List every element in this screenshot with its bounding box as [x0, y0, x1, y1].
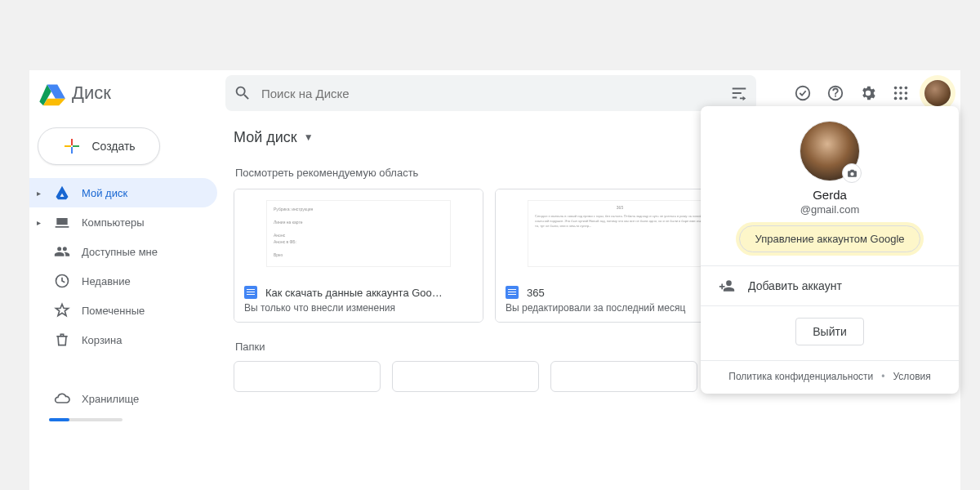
terms-link[interactable]: Условия: [893, 371, 931, 382]
file-card[interactable]: Рубрика: инструкцияЛиния на картеАнонсАн…: [234, 189, 483, 323]
add-account-label: Добавить аккаунт: [748, 279, 842, 292]
chevron-down-icon: ▼: [304, 131, 314, 143]
svg-point-8: [894, 97, 898, 100]
docs-icon: [244, 286, 257, 299]
sidebar-item-label: Недавние: [82, 275, 131, 287]
sidebar-item-label: Корзина: [82, 334, 122, 346]
account-popover: Gerda @gmail.com Управление аккаунтом Go…: [701, 106, 959, 394]
account-avatar[interactable]: [924, 80, 951, 106]
svg-point-6: [899, 91, 902, 95]
svg-point-5: [894, 91, 898, 95]
apps-grid-icon[interactable]: [892, 84, 910, 102]
gear-icon[interactable]: [859, 84, 877, 102]
popover-footer: Политика конфиденциальности • Условия: [701, 360, 959, 394]
cloud-icon: [54, 390, 70, 407]
file-subtitle: Вы только что внесли изменения: [244, 302, 473, 314]
sidebar-item-label: Доступные мне: [82, 246, 158, 258]
sidebar-item-label: Помеченные: [82, 305, 145, 317]
sidebar-item-label: Мой диск: [82, 187, 127, 199]
account-name: Gerda: [701, 188, 959, 202]
ready-offline-icon[interactable]: [794, 84, 812, 102]
header-icons: [794, 80, 951, 106]
folder-card[interactable]: [550, 361, 697, 392]
folder-card[interactable]: [392, 361, 539, 392]
person-add-icon: [719, 278, 735, 294]
star-icon: [54, 302, 70, 318]
help-icon[interactable]: [826, 84, 844, 102]
search-icon: [234, 84, 252, 102]
signout-button[interactable]: Выйти: [795, 318, 863, 345]
sidebar-item-label: Компьютеры: [82, 216, 145, 229]
sidebar-item-computers[interactable]: ▸ Компьютеры: [29, 207, 217, 237]
account-email: @gmail.com: [701, 203, 959, 216]
svg-point-3: [899, 87, 902, 90]
search-bar[interactable]: [225, 75, 756, 111]
file-thumbnail: Рубрика: инструкцияЛиния на картеАнонсАн…: [234, 189, 483, 278]
drive-logo-icon: [38, 79, 65, 107]
svg-point-10: [905, 97, 908, 100]
people-icon: [54, 243, 70, 260]
breadcrumb-label: Мой диск: [234, 129, 297, 146]
avatar-wrap: [800, 121, 860, 181]
sidebar-item-starred[interactable]: Помеченные: [29, 296, 217, 325]
laptop-icon: [54, 214, 70, 230]
trash-icon: [54, 332, 70, 348]
sidebar: Создать ▸ Мой диск ▸ Компьютеры Доступны…: [29, 116, 225, 490]
storage-bar: [49, 418, 122, 421]
sidebar-item-shared[interactable]: Доступные мне: [29, 237, 217, 266]
docs-icon: [506, 286, 519, 299]
manage-account-button[interactable]: Управление аккаунтом Google: [739, 225, 920, 252]
sidebar-item-recent[interactable]: Недавние: [29, 266, 217, 296]
svg-point-2: [894, 87, 898, 90]
file-title: 365: [527, 287, 545, 299]
create-label: Создать: [91, 140, 135, 153]
clock-icon: [54, 273, 70, 289]
plus-icon: [62, 136, 82, 156]
sidebar-item-trash[interactable]: Корзина: [29, 325, 217, 354]
folder-card[interactable]: [234, 361, 381, 392]
create-button[interactable]: Создать: [38, 127, 160, 165]
divider: [29, 354, 217, 384]
add-account-row[interactable]: Добавить аккаунт: [701, 266, 959, 305]
sidebar-item-label: Хранилище: [82, 393, 139, 405]
sidebar-item-mydrive[interactable]: ▸ Мой диск: [29, 178, 217, 207]
drive-icon: [54, 185, 70, 201]
svg-point-0: [796, 87, 810, 100]
logo[interactable]: Диск: [38, 79, 225, 107]
file-subtitle: Вы редактировали за последний месяц: [506, 302, 734, 314]
chevron-right-icon: ▸: [34, 218, 42, 227]
chevron-right-icon: ▸: [34, 189, 42, 198]
privacy-link[interactable]: Политика конфиденциальности: [728, 371, 873, 382]
svg-point-9: [899, 97, 902, 100]
nav: ▸ Мой диск ▸ Компьютеры Доступные мне: [29, 178, 225, 413]
file-title: Как скачать данные аккаунта Goo…: [265, 287, 443, 299]
svg-point-4: [905, 87, 908, 90]
search-input[interactable]: [261, 87, 720, 100]
sidebar-item-storage[interactable]: Хранилище: [29, 384, 217, 413]
product-name: Диск: [72, 82, 111, 104]
filter-icon[interactable]: [730, 84, 748, 102]
svg-point-7: [905, 91, 908, 95]
dot-separator: •: [881, 371, 884, 382]
camera-icon[interactable]: [842, 163, 862, 183]
